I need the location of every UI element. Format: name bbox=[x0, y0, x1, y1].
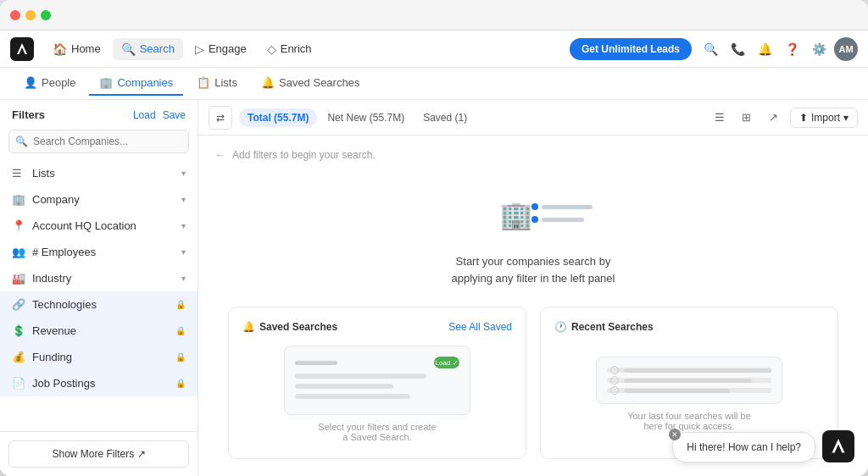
filter-revenue-right: 🔒 bbox=[175, 326, 186, 335]
chatbot-avatar-button[interactable] bbox=[822, 430, 854, 462]
topbar: 🏠 Home 🔍 Search ▷ Engage ◇ Enrich Get Un… bbox=[0, 30, 868, 68]
filter-toggle-button[interactable]: ⇄ bbox=[209, 106, 232, 130]
recent-line-3 bbox=[607, 388, 771, 393]
get-unlimited-leads-button[interactable]: Get Unlimited Leads bbox=[570, 38, 692, 60]
search-companies-input[interactable] bbox=[8, 130, 189, 153]
bell-icon[interactable]: 🔔 bbox=[753, 37, 776, 61]
arrow-hint-icon: ← bbox=[215, 149, 225, 161]
revenue-lock-icon: 🔒 bbox=[175, 326, 186, 335]
tab-companies[interactable]: 🏢 Companies bbox=[89, 71, 183, 96]
sidebar-header: Filters Load Save bbox=[0, 100, 198, 126]
chatbot-bubble-container: ✕ Hi there! How can I help? bbox=[672, 432, 815, 462]
logo-icon bbox=[15, 42, 29, 56]
filter-job-postings[interactable]: 📄 Job Postings 🔒 bbox=[0, 370, 198, 396]
nav-engage-label: Engage bbox=[209, 42, 247, 55]
tab-lists[interactable]: 📋 Lists bbox=[186, 71, 248, 96]
nav-home-label: Home bbox=[71, 42, 101, 55]
illus-line-2 bbox=[531, 216, 593, 223]
tab-saved-searches[interactable]: 🔔 Saved Searches bbox=[251, 71, 370, 96]
avatar[interactable]: AM bbox=[834, 37, 858, 61]
nav-engage[interactable]: ▷ Engage bbox=[186, 38, 255, 60]
search-global-icon[interactable]: 🔍 bbox=[698, 37, 722, 61]
filter-employees-left: 👥 # Employees bbox=[12, 246, 96, 258]
minimize-button[interactable] bbox=[25, 10, 36, 20]
traffic-lights bbox=[10, 10, 51, 20]
settings-icon[interactable]: ⚙️ bbox=[807, 37, 831, 61]
saved-searches-tab-icon: 🔔 bbox=[261, 76, 275, 89]
filter-revenue[interactable]: 💲 Revenue 🔒 bbox=[0, 318, 198, 344]
recent-searches-empty-text: Your last four searches will be bbox=[627, 411, 751, 421]
filter-lists[interactable]: ☰ Lists ▾ bbox=[0, 160, 198, 186]
filter-industry-left: 🏭 Industry bbox=[12, 272, 71, 285]
see-all-saved-link[interactable]: See All Saved bbox=[448, 321, 512, 333]
recent-bar-2 bbox=[624, 379, 752, 383]
chatbot-logo-icon bbox=[830, 438, 847, 455]
filter-toolbar: ⇄ Total (55.7M) Net New (55.7M) Saved (1… bbox=[198, 100, 868, 136]
nav-search[interactable]: 🔍 Search bbox=[113, 38, 183, 60]
result-tab-saved[interactable]: Saved (1) bbox=[415, 108, 476, 127]
company-chevron-icon: ▾ bbox=[181, 195, 186, 204]
show-more-filters-button[interactable]: Show More Filters ↗ bbox=[8, 440, 189, 468]
import-button[interactable]: ⬆ Import ▾ bbox=[790, 108, 858, 128]
industry-filter-icon: 🏭 bbox=[12, 272, 25, 285]
main-panel: ⇄ Total (55.7M) Net New (55.7M) Saved (1… bbox=[198, 100, 868, 476]
filter-technologies-right: 🔒 bbox=[175, 300, 186, 309]
employees-chevron-icon: ▾ bbox=[181, 247, 186, 257]
job-postings-filter-icon: 📄 bbox=[12, 377, 25, 390]
result-tab-total[interactable]: Total (55.7M) bbox=[239, 108, 317, 127]
topbar-right: Get Unlimited Leads 🔍 📞 🔔 ❓ ⚙️ AM bbox=[570, 37, 858, 61]
add-filters-hint-text: Add filters to begin your search. bbox=[232, 149, 376, 161]
sidebar-actions: Load Save bbox=[133, 109, 186, 121]
import-label: Import bbox=[811, 112, 840, 124]
placeholder-title-line bbox=[295, 361, 337, 365]
filter-company[interactable]: 🏢 Company ▾ bbox=[0, 186, 198, 213]
sub-tabs-bar: 👤 People 🏢 Companies 📋 Lists 🔔 Saved Sea… bbox=[0, 68, 868, 100]
recent-line-1 bbox=[607, 368, 771, 373]
search-companies-box: 🔍 bbox=[8, 130, 189, 153]
recent-line-2 bbox=[607, 378, 771, 383]
filter-toggle-icon: ⇄ bbox=[216, 112, 225, 124]
building-illustration-icon: 🏢 bbox=[499, 199, 533, 231]
view-grid-icon[interactable]: ⊞ bbox=[736, 107, 758, 129]
nav-search-label: Search bbox=[140, 42, 175, 55]
result-tab-net-new[interactable]: Net New (55.7M) bbox=[319, 108, 413, 127]
nav-home[interactable]: 🏠 Home bbox=[44, 38, 109, 60]
saved-searches-card-title: 🔔 Saved Searches bbox=[242, 321, 337, 333]
filter-revenue-left: 💲 Revenue bbox=[12, 324, 76, 337]
funding-filter-icon: 💰 bbox=[12, 351, 25, 363]
industry-chevron-icon: ▾ bbox=[181, 274, 186, 283]
job-postings-lock-icon: 🔒 bbox=[175, 379, 186, 388]
content-area: Filters Load Save 🔍 ☰ Lists ▾ bbox=[0, 100, 868, 476]
load-filters-button[interactable]: Load bbox=[133, 109, 156, 121]
filter-funding[interactable]: 💰 Funding 🔒 bbox=[0, 344, 198, 370]
illus-dot-2 bbox=[531, 216, 538, 223]
close-button[interactable] bbox=[10, 10, 20, 20]
help-icon[interactable]: ❓ bbox=[780, 37, 804, 61]
filter-funding-left: 💰 Funding bbox=[12, 351, 72, 363]
filter-account-hq[interactable]: 📍 Account HQ Location ▾ bbox=[0, 213, 198, 239]
companies-tab-icon: 🏢 bbox=[99, 76, 113, 89]
filter-technologies[interactable]: 🔗 Technologies 🔒 bbox=[0, 291, 198, 318]
filter-job-postings-label: Job Postings bbox=[32, 377, 95, 390]
saved-searches-empty-sub: a Saved Search. bbox=[342, 432, 411, 442]
filter-industry[interactable]: 🏭 Industry ▾ bbox=[0, 265, 198, 291]
save-filters-button[interactable]: Save bbox=[163, 109, 186, 121]
technologies-lock-icon: 🔒 bbox=[175, 300, 186, 309]
phone-icon[interactable]: 📞 bbox=[726, 37, 749, 61]
tab-saved-searches-label: Saved Searches bbox=[279, 76, 359, 89]
illustration-lines bbox=[531, 203, 593, 223]
saved-searches-card-body: Load ✓ Select your filters and create a … bbox=[242, 343, 512, 445]
filter-employees[interactable]: 👥 # Employees ▾ bbox=[0, 239, 198, 265]
app-logo[interactable] bbox=[10, 37, 34, 61]
tab-people[interactable]: 👤 People bbox=[14, 71, 86, 96]
placeholder-line-3 bbox=[295, 394, 410, 399]
lists-filter-icon: ☰ bbox=[12, 167, 25, 180]
view-export-icon[interactable]: ↗ bbox=[763, 107, 785, 129]
maximize-button[interactable] bbox=[41, 10, 51, 20]
account-hq-chevron-icon: ▾ bbox=[181, 221, 186, 230]
view-list-icon[interactable]: ☰ bbox=[709, 107, 731, 129]
recent-searches-title-icon: 🕐 bbox=[554, 321, 567, 333]
nav-enrich[interactable]: ◇ Enrich bbox=[259, 38, 320, 60]
import-chevron-icon: ▾ bbox=[843, 112, 849, 124]
filter-company-left: 🏢 Company bbox=[12, 193, 80, 206]
